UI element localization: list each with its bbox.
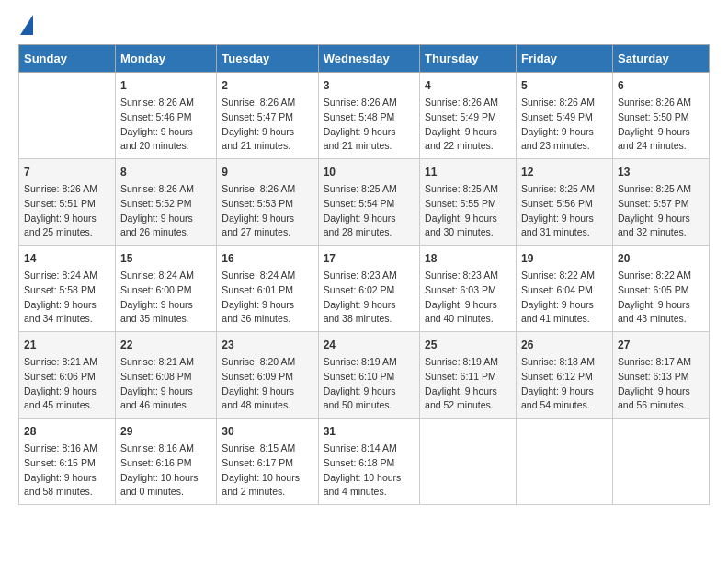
day-number: 15 bbox=[120, 250, 211, 267]
day-number: 18 bbox=[425, 250, 511, 267]
day-number: 13 bbox=[618, 164, 704, 180]
calendar-cell: 17Sunrise: 8:23 AM Sunset: 6:02 PM Dayli… bbox=[318, 246, 419, 332]
day-content: Sunrise: 8:22 AM Sunset: 6:05 PM Dayligh… bbox=[618, 269, 704, 327]
day-number: 10 bbox=[324, 164, 415, 180]
week-row: 1Sunrise: 8:26 AM Sunset: 5:46 PM Daylig… bbox=[19, 73, 710, 159]
calendar-cell: 15Sunrise: 8:24 AM Sunset: 6:00 PM Dayli… bbox=[115, 246, 216, 332]
day-content: Sunrise: 8:21 AM Sunset: 6:06 PM Dayligh… bbox=[24, 355, 110, 413]
calendar-cell: 1Sunrise: 8:26 AM Sunset: 5:46 PM Daylig… bbox=[115, 73, 216, 159]
calendar-cell: 24Sunrise: 8:19 AM Sunset: 6:10 PM Dayli… bbox=[318, 332, 419, 419]
header-cell-tuesday: Tuesday bbox=[217, 45, 318, 73]
calendar-cell: 25Sunrise: 8:19 AM Sunset: 6:11 PM Dayli… bbox=[420, 332, 517, 419]
calendar-cell: 18Sunrise: 8:23 AM Sunset: 6:03 PM Dayli… bbox=[420, 246, 517, 332]
calendar-cell: 27Sunrise: 8:17 AM Sunset: 6:13 PM Dayli… bbox=[612, 332, 709, 419]
day-number: 8 bbox=[120, 164, 211, 180]
day-content: Sunrise: 8:19 AM Sunset: 6:11 PM Dayligh… bbox=[425, 355, 511, 413]
day-content: Sunrise: 8:25 AM Sunset: 5:56 PM Dayligh… bbox=[521, 182, 608, 240]
day-number: 24 bbox=[324, 337, 415, 353]
calendar-cell: 4Sunrise: 8:26 AM Sunset: 5:49 PM Daylig… bbox=[420, 73, 517, 159]
week-row: 28Sunrise: 8:16 AM Sunset: 6:15 PM Dayli… bbox=[19, 419, 710, 505]
day-number: 26 bbox=[521, 337, 608, 353]
day-content: Sunrise: 8:23 AM Sunset: 6:03 PM Dayligh… bbox=[425, 269, 511, 327]
day-content: Sunrise: 8:24 AM Sunset: 6:00 PM Dayligh… bbox=[120, 269, 211, 327]
calendar-cell: 31Sunrise: 8:14 AM Sunset: 6:18 PM Dayli… bbox=[318, 419, 419, 505]
header-cell-sunday: Sunday bbox=[19, 45, 116, 73]
day-number: 27 bbox=[618, 337, 704, 353]
calendar-cell: 23Sunrise: 8:20 AM Sunset: 6:09 PM Dayli… bbox=[217, 332, 318, 419]
calendar-cell: 26Sunrise: 8:18 AM Sunset: 6:12 PM Dayli… bbox=[517, 332, 613, 419]
day-content: Sunrise: 8:25 AM Sunset: 5:54 PM Dayligh… bbox=[324, 182, 415, 240]
calendar-cell bbox=[612, 419, 709, 505]
day-content: Sunrise: 8:17 AM Sunset: 6:13 PM Dayligh… bbox=[618, 355, 704, 413]
day-content: Sunrise: 8:21 AM Sunset: 6:08 PM Dayligh… bbox=[120, 355, 211, 413]
day-content: Sunrise: 8:26 AM Sunset: 5:46 PM Dayligh… bbox=[120, 96, 211, 154]
header-cell-friday: Friday bbox=[517, 45, 613, 73]
day-number: 5 bbox=[521, 77, 608, 94]
calendar-cell: 11Sunrise: 8:25 AM Sunset: 5:55 PM Dayli… bbox=[420, 159, 517, 246]
calendar-cell: 8Sunrise: 8:26 AM Sunset: 5:52 PM Daylig… bbox=[115, 159, 216, 246]
day-content: Sunrise: 8:26 AM Sunset: 5:48 PM Dayligh… bbox=[324, 96, 415, 154]
calendar-cell: 29Sunrise: 8:16 AM Sunset: 6:16 PM Dayli… bbox=[115, 419, 216, 505]
day-content: Sunrise: 8:16 AM Sunset: 6:15 PM Dayligh… bbox=[24, 442, 110, 500]
calendar-cell: 20Sunrise: 8:22 AM Sunset: 6:05 PM Dayli… bbox=[612, 246, 709, 332]
day-number: 28 bbox=[24, 423, 110, 440]
calendar-cell: 28Sunrise: 8:16 AM Sunset: 6:15 PM Dayli… bbox=[19, 419, 116, 505]
day-content: Sunrise: 8:19 AM Sunset: 6:10 PM Dayligh… bbox=[324, 355, 415, 413]
week-row: 21Sunrise: 8:21 AM Sunset: 6:06 PM Dayli… bbox=[19, 332, 710, 419]
calendar-table: SundayMondayTuesdayWednesdayThursdayFrid… bbox=[18, 44, 710, 505]
day-number: 4 bbox=[425, 77, 511, 94]
day-number: 22 bbox=[120, 337, 211, 353]
week-row: 7Sunrise: 8:26 AM Sunset: 5:51 PM Daylig… bbox=[19, 159, 710, 246]
day-content: Sunrise: 8:20 AM Sunset: 6:09 PM Dayligh… bbox=[222, 355, 313, 413]
day-content: Sunrise: 8:26 AM Sunset: 5:49 PM Dayligh… bbox=[425, 96, 511, 154]
header-cell-thursday: Thursday bbox=[420, 45, 517, 73]
calendar-cell bbox=[19, 73, 116, 159]
calendar-cell: 19Sunrise: 8:22 AM Sunset: 6:04 PM Dayli… bbox=[517, 246, 613, 332]
header-cell-wednesday: Wednesday bbox=[318, 45, 419, 73]
day-content: Sunrise: 8:18 AM Sunset: 6:12 PM Dayligh… bbox=[521, 355, 608, 413]
calendar-cell: 30Sunrise: 8:15 AM Sunset: 6:17 PM Dayli… bbox=[217, 419, 318, 505]
day-number: 20 bbox=[618, 250, 704, 267]
day-content: Sunrise: 8:14 AM Sunset: 6:18 PM Dayligh… bbox=[324, 442, 415, 500]
calendar-cell: 5Sunrise: 8:26 AM Sunset: 5:49 PM Daylig… bbox=[517, 73, 613, 159]
header-cell-monday: Monday bbox=[115, 45, 216, 73]
calendar-cell: 16Sunrise: 8:24 AM Sunset: 6:01 PM Dayli… bbox=[217, 246, 318, 332]
day-content: Sunrise: 8:23 AM Sunset: 6:02 PM Dayligh… bbox=[324, 269, 415, 327]
day-number: 16 bbox=[222, 250, 313, 267]
day-number: 2 bbox=[222, 77, 313, 94]
day-number: 9 bbox=[222, 164, 313, 180]
day-number: 29 bbox=[120, 423, 211, 440]
day-content: Sunrise: 8:26 AM Sunset: 5:53 PM Dayligh… bbox=[222, 182, 313, 240]
day-number: 12 bbox=[521, 164, 608, 180]
day-number: 6 bbox=[618, 77, 704, 94]
day-number: 1 bbox=[120, 77, 211, 94]
day-number: 14 bbox=[24, 250, 110, 267]
header-row: SundayMondayTuesdayWednesdayThursdayFrid… bbox=[19, 45, 710, 73]
calendar-cell: 3Sunrise: 8:26 AM Sunset: 5:48 PM Daylig… bbox=[318, 73, 419, 159]
calendar-cell bbox=[517, 419, 613, 505]
day-content: Sunrise: 8:25 AM Sunset: 5:57 PM Dayligh… bbox=[618, 182, 704, 240]
day-number: 19 bbox=[521, 250, 608, 267]
header-cell-saturday: Saturday bbox=[612, 45, 709, 73]
calendar-cell: 12Sunrise: 8:25 AM Sunset: 5:56 PM Dayli… bbox=[517, 159, 613, 246]
calendar-cell: 7Sunrise: 8:26 AM Sunset: 5:51 PM Daylig… bbox=[19, 159, 116, 246]
calendar-header: SundayMondayTuesdayWednesdayThursdayFrid… bbox=[19, 45, 710, 73]
day-content: Sunrise: 8:26 AM Sunset: 5:52 PM Dayligh… bbox=[120, 182, 211, 240]
day-content: Sunrise: 8:26 AM Sunset: 5:51 PM Dayligh… bbox=[24, 182, 110, 240]
day-number: 31 bbox=[324, 423, 415, 440]
day-number: 3 bbox=[324, 77, 415, 94]
calendar-cell: 9Sunrise: 8:26 AM Sunset: 5:53 PM Daylig… bbox=[217, 159, 318, 246]
day-number: 21 bbox=[24, 337, 110, 353]
calendar-cell: 13Sunrise: 8:25 AM Sunset: 5:57 PM Dayli… bbox=[612, 159, 709, 246]
day-number: 25 bbox=[425, 337, 511, 353]
logo-icon bbox=[20, 15, 33, 35]
calendar-cell bbox=[420, 419, 517, 505]
day-content: Sunrise: 8:25 AM Sunset: 5:55 PM Dayligh… bbox=[425, 182, 511, 240]
week-row: 14Sunrise: 8:24 AM Sunset: 5:58 PM Dayli… bbox=[19, 246, 710, 332]
day-content: Sunrise: 8:26 AM Sunset: 5:47 PM Dayligh… bbox=[222, 96, 313, 154]
calendar-body: 1Sunrise: 8:26 AM Sunset: 5:46 PM Daylig… bbox=[19, 73, 710, 505]
day-number: 30 bbox=[222, 423, 313, 440]
day-content: Sunrise: 8:24 AM Sunset: 5:58 PM Dayligh… bbox=[24, 269, 110, 327]
page-header bbox=[18, 18, 710, 35]
day-number: 23 bbox=[222, 337, 313, 353]
